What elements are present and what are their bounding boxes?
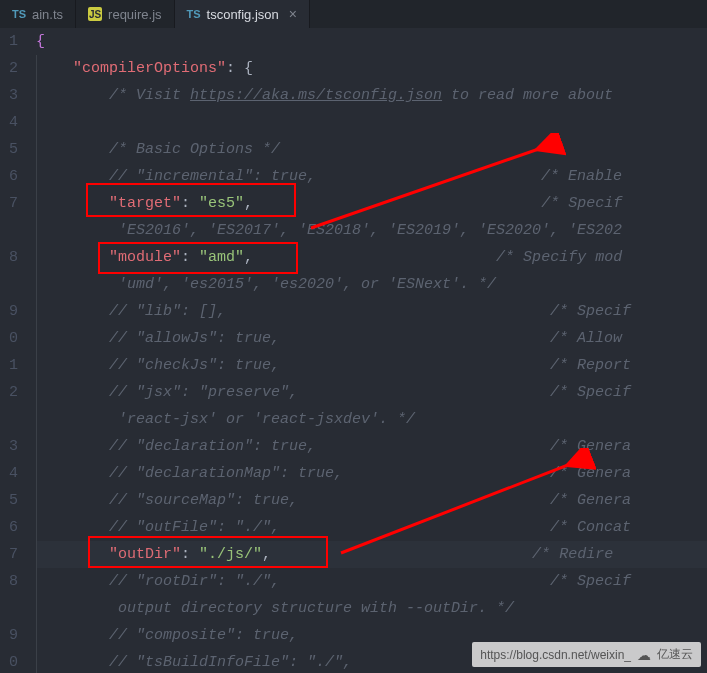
value-outDir: "./js/": [199, 546, 262, 563]
comment: // "declaration": true, /* Genera: [37, 438, 631, 455]
watermark: https://blog.csdn.net/weixin_ ☁ 亿速云: [472, 642, 701, 667]
tab-tsconfig-json[interactable]: TS tsconfig.json ×: [175, 0, 310, 28]
tab-label: tsconfig.json: [207, 7, 279, 22]
key-target: "target": [109, 195, 181, 212]
cloud-icon: ☁: [637, 647, 651, 663]
tab-ain-ts[interactable]: TS ain.ts: [0, 0, 76, 28]
brace-open: {: [36, 33, 45, 50]
watermark-brand: 亿速云: [657, 646, 693, 663]
typescript-icon: TS: [187, 7, 201, 21]
tab-label: require.js: [108, 7, 161, 22]
watermark-url: https://blog.csdn.net/weixin_: [480, 648, 631, 662]
comment: /* Basic Options */: [37, 141, 280, 158]
comment: /* Visit https://aka.ms/tsconfig.json to…: [37, 87, 622, 104]
key-outDir: "outDir": [109, 546, 181, 563]
key-compilerOptions: "compilerOptions": [73, 60, 226, 77]
comment: // "lib": [], /* Specif: [37, 303, 631, 320]
typescript-icon: TS: [12, 7, 26, 21]
tab-label: ain.ts: [32, 7, 63, 22]
comment: // "outFile": "./", /* Concat: [37, 519, 631, 536]
line-number-gutter: 1 2 3 4 5 6 7 8 9 0 1 2 3 4 5 6 7 8 9 0: [0, 28, 26, 673]
editor-area[interactable]: 1 2 3 4 5 6 7 8 9 0 1 2 3 4 5 6 7 8 9 0 …: [0, 28, 707, 673]
value-module: "amd": [199, 249, 244, 266]
comment: // "declarationMap": true, /* Genera: [37, 465, 631, 482]
code-content[interactable]: { "compilerOptions": { /* Visit https://…: [26, 28, 707, 673]
tab-require-js[interactable]: JS require.js: [76, 0, 174, 28]
value-target: "es5": [199, 195, 244, 212]
comment: // "checkJs": true, /* Report: [37, 357, 631, 374]
comment: 'react-jsx' or 'react-jsxdev'. */: [37, 411, 415, 428]
key-module: "module": [109, 249, 181, 266]
javascript-icon: JS: [88, 7, 102, 21]
close-icon[interactable]: ×: [289, 6, 297, 22]
comment: // "sourceMap": true, /* Genera: [37, 492, 631, 509]
editor-tabs: TS ain.ts JS require.js TS tsconfig.json…: [0, 0, 707, 28]
comment: output directory structure with --outDir…: [37, 600, 514, 617]
comment: // "allowJs": true, /* Allow: [37, 330, 631, 347]
comment: 'umd', 'es2015', 'es2020', or 'ESNext'. …: [37, 276, 496, 293]
comment: // "incremental": true, /* Enable: [37, 168, 622, 185]
comment: // "rootDir": "./", /* Specif: [37, 573, 631, 590]
comment: // "jsx": "preserve", /* Specif: [37, 384, 631, 401]
comment: 'ES2016', 'ES2017', 'ES2018', 'ES2019', …: [37, 222, 622, 239]
